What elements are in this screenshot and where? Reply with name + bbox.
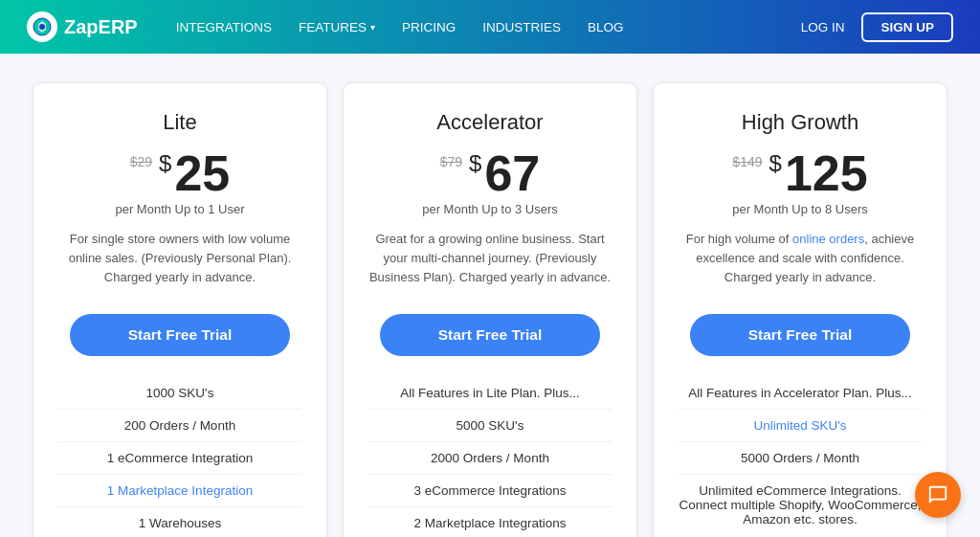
feature-acc-4: 2 Marketplace Integrations — [368, 506, 612, 537]
price-amount-accelerator: 67 — [484, 148, 540, 198]
price-dollar-accelerator: $ — [469, 150, 481, 177]
navbar-actions: LOG IN SIGN UP — [801, 12, 953, 42]
signup-button[interactable]: SIGN UP — [861, 12, 953, 42]
price-dollar-lite: $ — [159, 150, 171, 177]
feature-acc-3: 3 eCommerce Integrations — [368, 474, 612, 506]
price-period-lite: per Month Up to 1 User — [115, 202, 244, 216]
brand-logo[interactable]: ZapERP — [27, 11, 138, 42]
price-row-accelerator: $79 $ 67 — [440, 148, 541, 198]
feature-lite-1: 200 Orders / Month — [58, 409, 301, 441]
price-row-highgrowth: $149 $ 125 — [732, 148, 867, 198]
plan-name-accelerator: Accelerator — [436, 110, 543, 135]
price-dollar-highgrowth: $ — [769, 150, 782, 177]
trial-button-highgrowth[interactable]: Start Free Trial — [690, 314, 910, 356]
nav-pricing[interactable]: PRICING — [402, 20, 456, 34]
plan-name-highgrowth: High Growth — [742, 110, 858, 135]
plan-name-lite: Lite — [163, 110, 196, 135]
price-amount-lite: 25 — [174, 148, 230, 198]
feature-hg-1: Unlimited SKU's — [679, 409, 922, 441]
nav-integrations[interactable]: INTEGRATIONS — [176, 20, 272, 34]
feature-acc-1: 5000 SKU's — [368, 409, 612, 441]
feature-hg-3: Unlimited eCommerce Integrations. Connec… — [679, 474, 922, 535]
price-period-highgrowth: per Month Up to 8 Users — [732, 202, 868, 216]
feature-list-highgrowth: All Features in Accelerator Plan. Plus..… — [679, 377, 922, 535]
feature-hg-2: 5000 Orders / Month — [679, 441, 922, 474]
price-amount-highgrowth: 125 — [785, 148, 868, 198]
feature-lite-4: 1 Warehouses — [58, 506, 301, 537]
brand-name: ZapERP — [64, 16, 138, 38]
features-chevron-icon: ▾ — [370, 22, 375, 33]
feature-hg-0: All Features in Accelerator Plan. Plus..… — [679, 377, 922, 409]
price-old-highgrowth: $149 — [732, 154, 762, 169]
plan-description-lite: For single store owners with low volume … — [58, 230, 301, 295]
chat-button[interactable] — [915, 472, 961, 518]
nav-blog[interactable]: BLOG — [588, 20, 624, 34]
feature-acc-2: 2000 Orders / Month — [368, 441, 612, 474]
price-row-lite: $29 $ 25 — [130, 148, 231, 198]
plan-card-highgrowth: High Growth $149 $ 125 per Month Up to 8… — [653, 82, 947, 537]
feature-lite-2: 1 eCommerce Integration — [58, 441, 301, 474]
feature-list-accelerator: All Features in Lite Plan. Plus... 5000 … — [368, 377, 612, 537]
login-button[interactable]: LOG IN — [801, 20, 845, 34]
price-old-lite: $29 — [130, 154, 152, 169]
plan-description-highgrowth: For high volume of online orders, achiev… — [679, 230, 922, 295]
logo-icon — [27, 11, 57, 42]
plan-card-accelerator: Accelerator $79 $ 67 per Month Up to 3 U… — [343, 82, 637, 537]
feature-list-lite: 1000 SKU's 200 Orders / Month 1 eCommerc… — [58, 377, 301, 537]
trial-button-accelerator[interactable]: Start Free Trial — [380, 314, 600, 356]
svg-point-1 — [39, 24, 45, 30]
plan-card-lite: Lite $29 $ 25 per Month Up to 1 User For… — [33, 82, 327, 537]
plan-description-accelerator: Great for a growing online business. Sta… — [368, 230, 612, 295]
price-old-accelerator: $79 — [440, 154, 462, 169]
feature-acc-0: All Features in Lite Plan. Plus... — [368, 377, 612, 409]
navbar-links: INTEGRATIONS FEATURES ▾ PRICING INDUSTRI… — [176, 20, 801, 34]
price-period-accelerator: per Month Up to 3 Users — [422, 202, 558, 216]
trial-button-lite[interactable]: Start Free Trial — [70, 314, 290, 356]
nav-features[interactable]: FEATURES ▾ — [299, 20, 375, 34]
navbar: ZapERP INTEGRATIONS FEATURES ▾ PRICING I… — [0, 0, 980, 54]
feature-lite-0: 1000 SKU's — [58, 377, 301, 409]
feature-lite-3: 1 Marketplace Integration — [58, 474, 301, 506]
pricing-section: Lite $29 $ 25 per Month Up to 1 User For… — [0, 54, 980, 537]
nav-industries[interactable]: INDUSTRIES — [482, 20, 561, 34]
